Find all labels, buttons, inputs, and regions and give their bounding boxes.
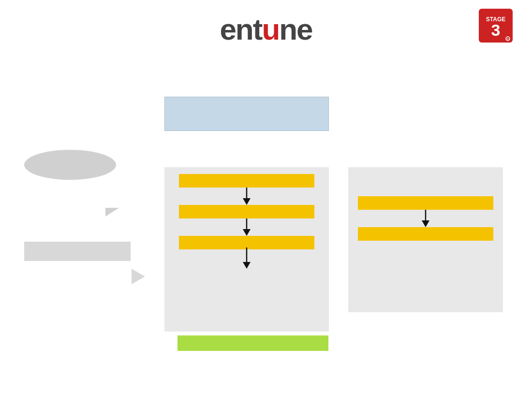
- project-storyline-box: [24, 242, 131, 261]
- arrow-down-3: [179, 249, 314, 267]
- entune-logo: entune: [184, 14, 348, 44]
- arrow-down-right-1: [358, 210, 493, 227]
- svg-marker-10: [243, 262, 251, 269]
- pickup-box: [177, 335, 328, 351]
- svg-marker-8: [243, 229, 251, 236]
- center-inner: [164, 167, 329, 332]
- right-column: [348, 160, 503, 312]
- svg-marker-6: [243, 198, 251, 205]
- flow-box-entune-info: [358, 196, 493, 210]
- svg-marker-12: [422, 220, 429, 227]
- flow-box-main-menu: [179, 174, 314, 188]
- arrow-down-1: [179, 188, 314, 205]
- center-column: [164, 160, 329, 332]
- svg-text:®: ®: [506, 38, 509, 41]
- flow-box-avatar-builder: [179, 205, 314, 218]
- entune-header: entune: [184, 14, 348, 44]
- arrow-down-2: [179, 218, 314, 236]
- social-sharing-bubble: [24, 150, 116, 180]
- queue-box: [164, 97, 329, 131]
- right-inner: [348, 167, 503, 312]
- project-storyline-right-arrow: [132, 269, 145, 284]
- bubble-tail: [105, 208, 119, 217]
- stage3-logo: STAGE 3 ®: [479, 9, 513, 43]
- flow-box-request-info: [358, 227, 493, 241]
- svg-text:3: 3: [491, 21, 501, 39]
